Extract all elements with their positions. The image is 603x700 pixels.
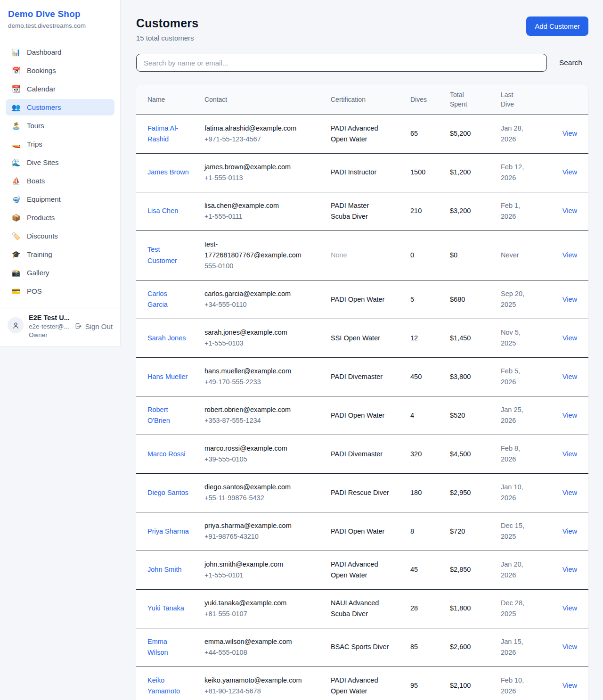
name-cell: Lisa Chen (136, 192, 204, 231)
name-cell: Priya Sharma (136, 512, 204, 551)
customer-email: diego.santos@example.com (204, 482, 331, 493)
sidebar-item-calendar[interactable]: 📆 Calendar (6, 81, 114, 97)
dives-cell: 5 (410, 280, 450, 319)
sidebar-item-tours[interactable]: 🏝️ Tours (6, 117, 114, 134)
last-dive-cell: Jan 15, 2026 (501, 628, 551, 667)
customer-name-link[interactable]: John Smith (147, 564, 182, 575)
name-cell: Test Customer (136, 231, 204, 280)
customer-name-link[interactable]: Keiko Yamamoto (147, 675, 189, 697)
view-link[interactable]: View (562, 130, 577, 137)
view-link[interactable]: View (562, 527, 577, 535)
certification-cell: None (331, 231, 410, 280)
add-customer-button[interactable]: Add Customer (526, 16, 588, 36)
sidebar-item-label: Gallery (27, 269, 49, 277)
customer-name-link[interactable]: Yuki Tanaka (147, 603, 184, 614)
customer-name-link[interactable]: Sarah Jones (147, 333, 186, 344)
sign-out-button[interactable]: Sign Out (74, 322, 113, 330)
view-link[interactable]: View (562, 643, 577, 651)
water-wave-icon: 🌊 (11, 159, 21, 166)
customer-name-link[interactable]: Emma Wilson (147, 636, 189, 659)
contact-cell: fatima.alrashid@example.com +971-55-123-… (204, 115, 331, 153)
sidebar-item-customers[interactable]: 👥 Customers (6, 99, 114, 115)
certification-text: PADI Master Scuba Diver (331, 200, 390, 222)
sidebar-item-training[interactable]: 🎓 Training (6, 246, 114, 263)
sidebar-item-products[interactable]: 📦 Products (6, 209, 114, 226)
table-row: Test Customer test-1772681807767@example… (136, 231, 588, 280)
certification-cell: PADI Instructor (331, 153, 410, 192)
customer-email: test-1772681807767@example.com (204, 239, 331, 261)
contact-cell: yuki.tanaka@example.com +81-555-0107 (204, 589, 331, 628)
view-link[interactable]: View (562, 489, 577, 496)
view-link[interactable]: View (562, 604, 577, 612)
customer-name-link[interactable]: Robert O'Brien (147, 404, 189, 427)
sidebar-item-trips[interactable]: 🚤 Trips (6, 136, 114, 152)
contact-cell: lisa.chen@example.com +1-555-0111 (204, 192, 331, 231)
desert-island-icon: 🏝️ (11, 122, 21, 129)
page-header: Customers 15 total customers Add Custome… (136, 16, 588, 42)
certification-text: PADI Open Water (331, 294, 390, 305)
search-input[interactable] (136, 54, 547, 72)
last-dive-cell: Jan 28, 2026 (501, 115, 551, 153)
contact-cell: emma.wilson@example.com +44-555-0108 (204, 628, 331, 667)
sidebar-item-label: Dashboard (27, 48, 61, 56)
customer-phone: +81-555-0107 (204, 609, 331, 619)
table-row: Keiko Yamamoto keiko.yamamoto@example.co… (136, 667, 588, 700)
customer-email: john.smith@example.com (204, 559, 331, 570)
name-cell: Hans Mueller (136, 357, 204, 396)
last-dive-cell: Dec 15, 2025 (501, 512, 551, 551)
sidebar-item-boats[interactable]: ⛵ Boats (6, 173, 114, 189)
view-link[interactable]: View (562, 373, 577, 380)
customer-name-link[interactable]: Diego Santos (147, 487, 188, 498)
view-link[interactable]: View (562, 168, 577, 176)
certification-cell: PADI Advanced Open Water (331, 551, 410, 589)
customer-name-link[interactable]: Priya Sharma (147, 526, 189, 537)
certification-cell: PADI Divemaster (331, 357, 410, 396)
sidebar-item-pos[interactable]: 💳 POS (6, 283, 114, 299)
customer-name-link[interactable]: James Brown (147, 167, 189, 178)
customer-phone: +1-555-0101 (204, 570, 331, 581)
contact-cell: john.smith@example.com +1-555-0101 (204, 551, 331, 589)
dives-cell: 180 (410, 473, 450, 512)
sidebar-item-dashboard[interactable]: 📊 Dashboard (6, 44, 114, 60)
sidebar-item-discounts[interactable]: 🏷️ Discounts (6, 228, 114, 244)
contact-cell: test-1772681807767@example.com 555-0100 (204, 231, 331, 280)
customer-name-link[interactable]: Lisa Chen (147, 206, 178, 216)
last-dive-cell: Jan 20, 2026 (501, 551, 551, 589)
view-link[interactable]: View (562, 682, 577, 689)
customer-email: hans.mueller@example.com (204, 366, 331, 377)
view-link[interactable]: View (562, 296, 577, 303)
customer-name-link[interactable]: Hans Mueller (147, 371, 187, 382)
sidebar-item-gallery[interactable]: 📸 Gallery (6, 264, 114, 281)
customer-name-link[interactable]: Carlos Garcia (147, 288, 189, 311)
view-link[interactable]: View (562, 251, 577, 259)
sidebar-item-label: Dive Sites (27, 158, 59, 166)
customer-email: emma.wilson@example.com (204, 636, 331, 647)
view-link[interactable]: View (562, 450, 577, 458)
table-row: Priya Sharma priya.sharma@example.com +9… (136, 512, 588, 551)
table-row: Hans Mueller hans.mueller@example.com +4… (136, 357, 588, 396)
avatar (8, 317, 24, 333)
dives-cell: 28 (410, 589, 450, 628)
customer-name-link[interactable]: Fatima Al-Rashid (147, 123, 189, 145)
certification-text: PADI Open Water (331, 410, 390, 421)
contact-cell: priya.sharma@example.com +91-98765-43210 (204, 512, 331, 551)
last-dive-cell: Jan 25, 2026 (501, 396, 551, 435)
view-cell: View (551, 435, 588, 473)
customer-name-link[interactable]: Test Customer (147, 244, 189, 266)
user-role: Owner (29, 331, 69, 338)
sidebar-item-label: Equipment (27, 195, 61, 203)
sidebar-item-dive-sites[interactable]: 🌊 Dive Sites (6, 154, 114, 171)
customer-phone: +55-11-99876-5432 (204, 493, 331, 503)
certification-text: PADI Instructor (331, 167, 390, 178)
customer-name-link[interactable]: Marco Rossi (147, 449, 186, 460)
sidebar-item-label: Boats (27, 177, 45, 185)
view-link[interactable]: View (562, 566, 577, 573)
view-link[interactable]: View (562, 207, 577, 214)
view-link[interactable]: View (562, 334, 577, 342)
name-cell: Yuki Tanaka (136, 589, 204, 628)
search-button[interactable]: Search (547, 58, 588, 67)
sidebar-item-label: Products (27, 214, 55, 222)
sidebar-item-equipment[interactable]: 🤿 Equipment (6, 191, 114, 207)
sidebar-item-bookings[interactable]: 📅 Bookings (6, 62, 114, 79)
view-link[interactable]: View (562, 412, 577, 419)
